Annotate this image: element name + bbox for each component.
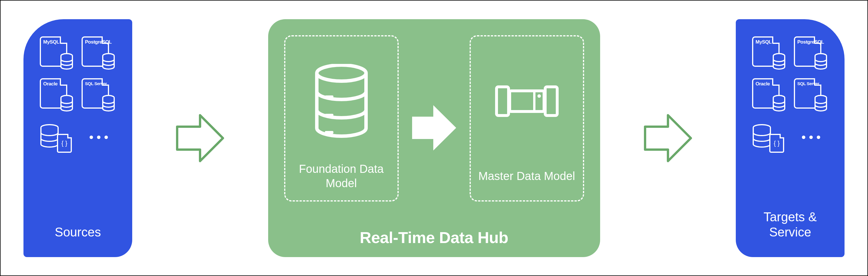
database-icon	[752, 124, 772, 148]
sources-title: Sources	[55, 225, 101, 240]
target-label: PostgreSQL	[797, 39, 824, 45]
ellipsis-icon	[802, 136, 820, 139]
source-label: PostgreSQL	[85, 39, 112, 45]
ellipsis-icon	[90, 136, 108, 139]
source-more	[82, 120, 116, 155]
targets-title: Targets & Service	[744, 210, 836, 240]
target-oracle: Oracle	[752, 78, 786, 113]
svg-rect-9	[497, 87, 508, 115]
source-oracle: Oracle	[40, 78, 74, 113]
target-label: SQL Server	[797, 81, 819, 86]
targets-panel: MySQL PostgreSQL Oracle SQL Server { }	[736, 19, 844, 257]
source-generic: { }	[40, 120, 74, 155]
sources-grid: MySQL PostgreSQL Oracle SQL Server { }	[40, 36, 116, 155]
target-postgresql: PostgreSQL	[794, 36, 828, 71]
hub-arrow-icon	[407, 35, 461, 221]
targets-grid: MySQL PostgreSQL Oracle SQL Server { }	[752, 36, 828, 155]
svg-rect-7	[325, 114, 333, 117]
database-icon	[772, 95, 786, 112]
database-icon	[60, 95, 73, 112]
svg-rect-10	[545, 87, 557, 115]
sources-panel: MySQL PostgreSQL Oracle SQL Server { }	[24, 19, 132, 257]
database-icon	[814, 53, 828, 70]
target-label: Oracle	[755, 81, 770, 87]
svg-point-13	[537, 94, 541, 98]
master-stage: Master Data Model	[470, 35, 584, 201]
code-page-icon: { }	[57, 134, 72, 153]
hub-title: Real-Time Data Hub	[360, 228, 508, 247]
target-label: MySQL	[755, 39, 772, 45]
svg-rect-11	[510, 91, 544, 111]
code-page-icon: { }	[769, 134, 784, 153]
foundation-stage: Foundation Data Model	[284, 35, 399, 201]
database-icon	[772, 53, 786, 70]
source-mysql: MySQL	[40, 36, 74, 71]
source-sqlserver: SQL Server	[82, 78, 116, 113]
master-model-icon	[493, 45, 561, 157]
foundation-database-icon	[313, 45, 370, 157]
database-icon	[60, 53, 73, 70]
target-more	[794, 120, 828, 155]
target-sqlserver: SQL Server	[794, 78, 828, 113]
database-icon	[102, 53, 115, 70]
source-label: Oracle	[43, 81, 58, 87]
target-generic: { }	[752, 120, 786, 155]
arrow-icon	[642, 109, 694, 167]
svg-rect-6	[325, 95, 333, 98]
source-label: SQL Server	[85, 81, 107, 86]
arrow-icon	[174, 109, 226, 167]
database-icon	[814, 95, 828, 112]
database-icon	[102, 95, 115, 112]
target-mysql: MySQL	[752, 36, 786, 71]
hub-panel: Foundation Data Model Master	[268, 19, 600, 257]
master-label: Master Data Model	[478, 160, 575, 192]
svg-rect-8	[325, 131, 333, 134]
hub-row: Foundation Data Model Master	[284, 35, 584, 221]
svg-point-5	[317, 65, 366, 81]
source-label: MySQL	[43, 39, 59, 45]
foundation-label: Foundation Data Model	[291, 160, 392, 192]
diagram-frame: MySQL PostgreSQL Oracle SQL Server { }	[0, 0, 868, 276]
source-postgresql: PostgreSQL	[82, 36, 116, 71]
database-icon	[40, 124, 59, 148]
